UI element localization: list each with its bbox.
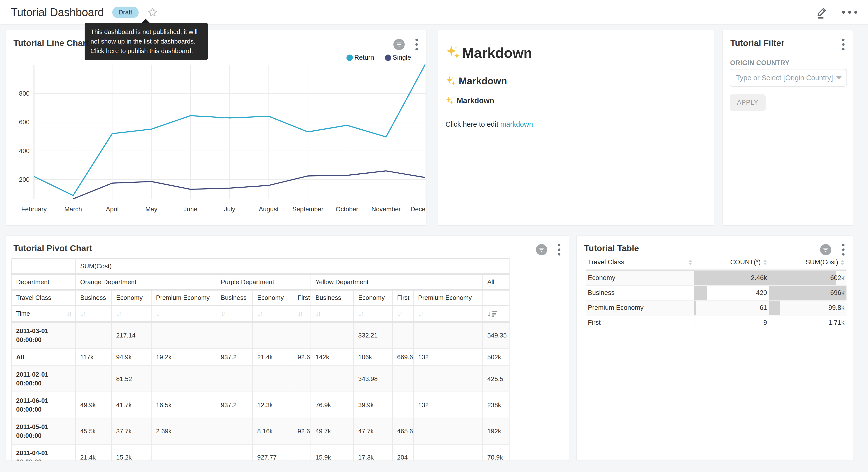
pivot-corner-cell	[11, 259, 75, 274]
pivot-travel-class-label: Travel Class	[11, 290, 75, 305]
pivot-column-header: Premium Economy	[413, 290, 483, 305]
pivot-row-label: 2011-02-01 00:00:00	[11, 366, 75, 392]
pivot-value-cell: 16.5k	[151, 392, 216, 418]
pivot-value-cell: 15.2k	[112, 444, 151, 461]
pivot-sort-cell[interactable]: ↓↑	[413, 305, 483, 322]
cross-filter-icon[interactable]	[536, 244, 547, 255]
x-axis-label: October	[336, 205, 359, 213]
table-header-row: Travel Class COUNT(*) SUM(Cost)	[586, 256, 846, 270]
pivot-sort-cell[interactable]: ↓↑	[112, 305, 151, 322]
table-menu-icon[interactable]	[841, 243, 845, 257]
pivot-row-label: 2011-03-01 00:00:00	[11, 322, 75, 349]
pivot-value-cell: 192k	[483, 418, 509, 444]
pivot-sort-cell[interactable]: ↓↑	[393, 305, 413, 322]
sort-icon[interactable]: ↓↑	[116, 309, 121, 318]
pivot-column-header	[483, 290, 509, 305]
data-table: Travel Class COUNT(*) SUM(Cost) Ec	[586, 256, 846, 330]
pivot-sort-cell[interactable]: ↓↑	[253, 305, 293, 322]
cell-count: 9	[694, 315, 769, 330]
pivot-value-cell: 49.7k	[311, 418, 353, 444]
select-placeholder: Type or Select [Origin Country]	[736, 74, 834, 82]
pivot-group-header: Orange Department	[75, 274, 216, 290]
table-panel: Tutorial Table Travel Class	[576, 235, 853, 461]
x-axis-label: September	[292, 205, 323, 213]
legend-item-single[interactable]: Single	[385, 54, 411, 61]
pivot-sort-cell[interactable]: ↓↑	[75, 305, 112, 322]
sort-icon[interactable]: ↓↑	[418, 309, 423, 318]
x-axis-label: November	[371, 205, 401, 213]
sort-descending-icon[interactable]: ↓	[487, 309, 497, 318]
pivot-value-cell	[393, 366, 413, 392]
column-header-travel-class[interactable]: Travel Class	[586, 256, 694, 270]
pivot-sort-cell[interactable]: ↓	[483, 305, 509, 322]
pivot-chart-panel: Tutorial Pivot Chart SUM(Cost)	[6, 235, 569, 461]
cell-count: 2.46k	[694, 270, 769, 286]
pivot-sort-cell[interactable]: ↓↑	[311, 305, 353, 322]
sort-icon[interactable]: ↓↑	[66, 309, 71, 318]
table-title: Tutorial Table	[584, 243, 639, 253]
legend-item-return[interactable]: Return	[346, 54, 374, 61]
pivot-value-cell: 8.16k	[253, 418, 293, 444]
pivot-sort-cell[interactable]: ↓↑	[293, 305, 311, 322]
x-axis-label: July	[224, 205, 235, 213]
pivot-sort-cell[interactable]: ↓↑	[151, 305, 216, 322]
cell-travel-class: Economy	[586, 270, 694, 286]
favorite-star-icon[interactable]	[148, 7, 158, 18]
pivot-data-row: 2011-04-01 00:00:0021.4k15.2k927.7715.9k…	[11, 444, 509, 461]
pivot-value-cell	[216, 322, 253, 349]
pivot-column-header: Economy	[353, 290, 393, 305]
pivot-value-cell: 94.9k	[112, 349, 151, 366]
pivot-value-cell: 17.3k	[353, 444, 393, 461]
sort-icon	[841, 260, 844, 265]
pivot-value-cell: 117k	[75, 349, 112, 366]
origin-country-select[interactable]: Type or Select [Origin Country]	[730, 69, 847, 87]
edit-dashboard-icon[interactable]	[815, 5, 828, 19]
sort-icon[interactable]: ↓↑	[315, 309, 320, 318]
pivot-value-cell	[311, 322, 353, 349]
sort-icon[interactable]: ↓↑	[298, 309, 302, 318]
pivot-table: SUM(Cost) Department Orange DepartmentPu…	[11, 258, 509, 461]
cell-sum-cost: 99.8k	[769, 300, 846, 315]
edit-markdown-link[interactable]: markdown	[500, 120, 533, 128]
markdown-h3: Markdown	[445, 96, 706, 105]
pivot-value-cell	[413, 444, 483, 461]
unpublished-tooltip: This dashboard is not published, it will…	[85, 23, 208, 60]
sort-icon[interactable]: ↓↑	[257, 309, 261, 318]
sort-icon[interactable]: ↓↑	[156, 309, 160, 318]
column-header-sum-cost[interactable]: SUM(Cost)	[769, 256, 846, 270]
sort-icon[interactable]: ↓↑	[80, 309, 85, 318]
filter-panel-menu-icon[interactable]	[841, 38, 845, 51]
sort-icon[interactable]: ↓↑	[221, 309, 225, 318]
pivot-value-cell: 39.9k	[353, 392, 393, 418]
cell-sum-cost: 696k	[769, 286, 846, 300]
pivot-value-cell	[75, 322, 112, 349]
pivot-value-cell: 937.2	[216, 349, 253, 366]
pivot-value-cell: 465.6	[393, 418, 413, 444]
top-header: Tutorial Dashboard Draft	[0, 0, 868, 25]
apply-button[interactable]: APPLY	[730, 94, 766, 111]
column-header-count[interactable]: COUNT(*)	[694, 256, 769, 270]
pivot-value-cell: 37.7k	[112, 418, 151, 444]
pivot-value-cell: 425.5	[483, 366, 509, 392]
pivot-time-label-cell: Time ↓↑	[11, 305, 75, 322]
cell-count: 61	[694, 300, 769, 315]
x-axis-label: December	[410, 205, 427, 213]
pivot-sort-cell[interactable]: ↓↑	[353, 305, 393, 322]
pivot-sort-cell[interactable]: ↓↑	[216, 305, 253, 322]
pivot-value-cell	[253, 322, 293, 349]
sort-icon	[763, 260, 767, 265]
pivot-department-label: Department	[11, 274, 75, 290]
pivot-value-cell: 15.9k	[311, 444, 353, 461]
pivot-chart-menu-icon[interactable]	[557, 243, 561, 257]
more-options-icon[interactable]	[842, 11, 857, 14]
draft-badge[interactable]: Draft	[112, 7, 138, 18]
pivot-value-cell: 76.9k	[311, 392, 353, 418]
sort-icon[interactable]: ↓↑	[397, 309, 401, 318]
pivot-value-cell: 549.35	[483, 322, 509, 349]
pivot-value-cell	[151, 444, 216, 461]
cross-filter-icon[interactable]	[820, 244, 831, 255]
page-title: Tutorial Dashboard	[11, 6, 104, 19]
pivot-row-label: 2011-06-01 00:00:00	[11, 392, 75, 418]
filter-panel: Tutorial Filter ORIGIN COUNTRY Type or S…	[722, 30, 853, 226]
sort-icon[interactable]: ↓↑	[358, 309, 363, 318]
